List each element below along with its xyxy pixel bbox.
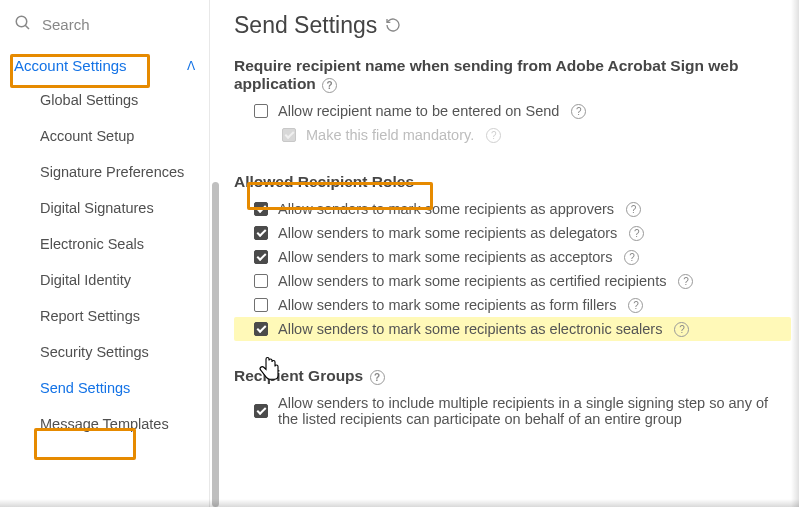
section-allowed-roles-heading: Allowed Recipient Roles — [234, 173, 414, 191]
sidebar-item-report-settings[interactable]: Report Settings — [0, 298, 209, 334]
help-icon[interactable] — [624, 250, 639, 265]
checkbox-icon[interactable] — [254, 104, 268, 118]
help-icon[interactable] — [370, 370, 385, 385]
option-make-mandatory: Make this field mandatory. — [234, 123, 791, 147]
page-title: Send Settings — [234, 12, 791, 39]
sidebar-parent-label: Account Settings — [14, 57, 127, 74]
search-placeholder: Search — [42, 16, 90, 33]
checkbox-icon[interactable] — [254, 298, 268, 312]
option-role-electronic-sealers[interactable]: Allow senders to mark some recipients as… — [234, 317, 791, 341]
sidebar-item-electronic-seals[interactable]: Electronic Seals — [0, 226, 209, 262]
search-input[interactable]: Search — [0, 10, 209, 49]
help-icon[interactable] — [678, 274, 693, 289]
checkbox-icon[interactable] — [254, 202, 268, 216]
chevron-up-icon: ᐱ — [187, 59, 195, 73]
svg-point-0 — [16, 16, 27, 27]
option-role-delegators[interactable]: Allow senders to mark some recipients as… — [234, 221, 791, 245]
sidebar: Search Account Settings ᐱ Global Setting… — [0, 0, 210, 507]
svg-line-1 — [25, 25, 29, 29]
help-icon[interactable] — [626, 202, 641, 217]
checkbox-icon[interactable] — [254, 322, 268, 336]
option-role-form-fillers[interactable]: Allow senders to mark some recipients as… — [234, 293, 791, 317]
sidebar-item-global-settings[interactable]: Global Settings — [0, 82, 209, 118]
option-role-approvers[interactable]: Allow senders to mark some recipients as… — [234, 197, 791, 221]
section-require-name-heading: Require recipient name when sending from… — [234, 57, 791, 93]
sidebar-item-digital-signatures[interactable]: Digital Signatures — [0, 190, 209, 226]
sidebar-parent-account-settings[interactable]: Account Settings ᐱ — [0, 49, 209, 82]
option-recipient-groups[interactable]: Allow senders to include multiple recipi… — [234, 391, 791, 431]
sidebar-item-security-settings[interactable]: Security Settings — [0, 334, 209, 370]
checkbox-icon[interactable] — [254, 274, 268, 288]
help-icon[interactable] — [322, 78, 337, 93]
sidebar-item-send-settings[interactable]: Send Settings — [0, 370, 209, 406]
sidebar-item-account-setup[interactable]: Account Setup — [0, 118, 209, 154]
section-recipient-groups-heading: Recipient Groups — [234, 367, 385, 385]
sidebar-item-signature-preferences[interactable]: Signature Preferences — [0, 154, 209, 190]
checkbox-icon — [282, 128, 296, 142]
option-allow-recipient-name[interactable]: Allow recipient name to be entered on Se… — [234, 99, 791, 123]
checkbox-icon[interactable] — [254, 250, 268, 264]
scrollbar[interactable] — [212, 182, 219, 507]
refresh-icon[interactable] — [385, 12, 401, 39]
search-icon — [14, 14, 32, 35]
checkbox-icon[interactable] — [254, 404, 268, 418]
help-icon[interactable] — [571, 104, 586, 119]
help-icon[interactable] — [674, 322, 689, 337]
main-panel: Send Settings Require recipient name whe… — [210, 0, 799, 507]
help-icon[interactable] — [629, 226, 644, 241]
help-icon — [486, 128, 501, 143]
option-role-acceptors[interactable]: Allow senders to mark some recipients as… — [234, 245, 791, 269]
option-role-certified[interactable]: Allow senders to mark some recipients as… — [234, 269, 791, 293]
checkbox-icon[interactable] — [254, 226, 268, 240]
help-icon[interactable] — [628, 298, 643, 313]
sidebar-item-message-templates[interactable]: Message Templates — [0, 406, 209, 442]
sidebar-item-digital-identity[interactable]: Digital Identity — [0, 262, 209, 298]
